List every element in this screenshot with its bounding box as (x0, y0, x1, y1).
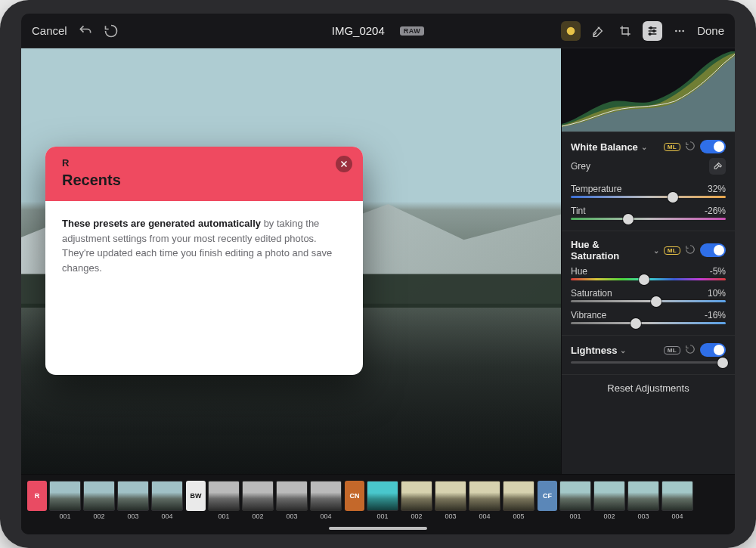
preset-thumb[interactable]: 002 (83, 481, 115, 520)
svg-point-9 (682, 29, 684, 32)
thumbnail-image (593, 481, 625, 511)
thumbnail-label: 001 (376, 512, 388, 520)
thumbnail-label: 003 (637, 512, 649, 520)
eyedropper-button[interactable] (709, 158, 726, 175)
modal-body-bold: These presets are generated automaticall… (62, 218, 261, 229)
done-button[interactable]: Done (697, 24, 724, 37)
hue-sat-header[interactable]: Hue & Saturation ⌄ (571, 239, 659, 262)
thumbnail-image (310, 481, 342, 511)
preset-thumb[interactable]: 002 (401, 481, 432, 520)
preset-thumb[interactable]: 004 (151, 481, 183, 520)
recents-info-modal: R Recents These presets are generated au… (45, 147, 363, 375)
tint-label: Tint (571, 206, 586, 216)
adjustments-button[interactable] (643, 21, 662, 41)
lightness-toggle[interactable] (700, 343, 726, 357)
main-area: R Recents These presets are generated au… (21, 48, 735, 474)
hue-value: -5% (710, 266, 726, 277)
filmstrip-tag-r[interactable]: R (27, 481, 47, 511)
white-balance-header[interactable]: White Balance ⌄ (571, 141, 659, 153)
section-hue-saturation: Hue & Saturation ⌄ ML Hue -5% (562, 231, 735, 335)
thumbnail-label: 003 (127, 512, 138, 520)
preset-thumb[interactable]: 003 (117, 481, 149, 520)
chevron-down-icon: ⌄ (641, 143, 647, 151)
preset-thumb[interactable]: 002 (242, 481, 274, 520)
modal-title: Recents (62, 172, 349, 189)
modal-body: These presets are generated automaticall… (45, 201, 363, 375)
repair-tool-button[interactable] (588, 21, 608, 41)
wb-toggle[interactable] (700, 140, 726, 153)
vibrance-slider[interactable] (571, 322, 726, 324)
white-balance-title: White Balance (571, 141, 638, 153)
preset-thumb[interactable]: 003 (435, 481, 466, 520)
ml-enhance-button[interactable] (561, 21, 581, 41)
sat-value: 10% (708, 288, 726, 299)
modal-letter: R (62, 157, 349, 169)
vib-value: -16% (705, 310, 726, 320)
section-lightness: Lightness ⌄ ML (562, 335, 735, 374)
thumbnail-label: 004 (320, 512, 331, 520)
ipad-frame: Cancel IMG_0204 RAW (0, 0, 756, 548)
histogram[interactable] (562, 48, 735, 132)
temperature-slider[interactable] (571, 196, 726, 198)
filmstrip[interactable]: R001002003004BW001002003004CN00100200300… (21, 474, 735, 534)
thumbnail-label: 003 (286, 512, 297, 520)
preset-thumb[interactable]: 004 (310, 481, 342, 520)
preset-thumb[interactable]: 001 (49, 481, 81, 520)
thumbnail-image (49, 481, 81, 511)
preset-thumb[interactable]: 001 (367, 481, 398, 520)
photo-canvas[interactable]: R Recents These presets are generated au… (21, 48, 561, 474)
filmstrip-tag-cn[interactable]: CN (345, 481, 364, 511)
chevron-down-icon: ⌄ (620, 346, 626, 354)
modal-header: R Recents (45, 147, 363, 201)
lightness-ml-badge[interactable]: ML (664, 346, 680, 354)
inspector-panel: White Balance ⌄ ML Grey (561, 48, 735, 474)
preset-thumb[interactable]: 004 (469, 481, 500, 520)
thumbnail-image (242, 481, 274, 511)
preset-thumb[interactable]: 002 (593, 481, 625, 520)
vib-label: Vibrance (571, 310, 606, 320)
thumbnail-image (367, 481, 398, 511)
lightness-slider[interactable] (571, 361, 726, 364)
crop-tool-button[interactable] (615, 21, 635, 41)
undo-icon[interactable] (78, 23, 93, 39)
hs-reset-icon[interactable] (685, 244, 696, 257)
home-indicator[interactable] (329, 527, 427, 530)
thumbnail-image (401, 481, 432, 511)
toolbar: Cancel IMG_0204 RAW (21, 14, 735, 48)
temperature-value: 32% (708, 184, 726, 194)
filmstrip-tag-cf[interactable]: CF (538, 481, 557, 511)
preset-thumb[interactable]: 003 (627, 481, 659, 520)
thumbnail-image (627, 481, 659, 511)
close-icon[interactable] (336, 156, 352, 172)
tint-slider[interactable] (571, 218, 726, 220)
wb-reset-icon[interactable] (685, 141, 696, 153)
wb-ml-badge[interactable]: ML (664, 143, 680, 151)
hs-toggle[interactable] (700, 243, 726, 257)
saturation-slider[interactable] (571, 300, 726, 302)
svg-point-6 (649, 33, 651, 35)
preset-thumb[interactable]: 001 (559, 481, 591, 520)
preset-thumb[interactable]: 005 (503, 481, 534, 520)
thumbnail-label: 004 (671, 512, 683, 520)
revert-icon[interactable] (104, 23, 119, 39)
svg-point-5 (653, 29, 655, 32)
preset-thumb[interactable]: 004 (662, 481, 693, 520)
hs-ml-badge[interactable]: ML (664, 246, 680, 255)
thumbnail-label: 002 (252, 512, 263, 520)
thumbnail-label: 001 (218, 512, 229, 520)
lightness-reset-icon[interactable] (685, 344, 696, 357)
thumbnail-image (662, 481, 693, 511)
hue-sat-title: Hue & Saturation (571, 239, 650, 262)
section-white-balance: White Balance ⌄ ML Grey (562, 132, 735, 231)
hue-slider[interactable] (571, 278, 726, 280)
cancel-button[interactable]: Cancel (32, 24, 67, 37)
thumbnail-label: 001 (569, 512, 581, 520)
reset-adjustments-button[interactable]: Reset Adjustments (562, 374, 735, 401)
app-screen: Cancel IMG_0204 RAW (21, 14, 735, 534)
lightness-header[interactable]: Lightness ⌄ (571, 345, 659, 356)
preset-thumb[interactable]: 003 (276, 481, 308, 520)
more-button[interactable] (670, 21, 689, 41)
filmstrip-tag-bw[interactable]: BW (186, 481, 206, 511)
preset-thumb[interactable]: 001 (208, 481, 240, 520)
thumbnail-label: 004 (161, 512, 172, 520)
